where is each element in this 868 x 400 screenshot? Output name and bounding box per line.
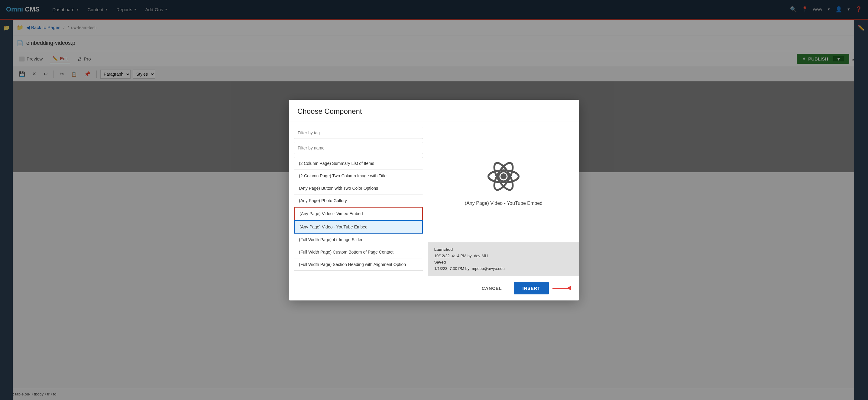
filter-by-tag-input[interactable] — [294, 127, 423, 139]
modal-header: Choose Component — [289, 100, 579, 122]
component-preview-panel: (Any Page) Video - YouTube Embed Launche… — [428, 122, 579, 172]
preview-area: (Any Page) Video - YouTube Embed — [428, 122, 579, 172]
modal-overlay: Choose Component (2 Column Page) Summary… — [0, 0, 868, 172]
modal-body: (2 Column Page) Summary List of Items (2… — [289, 122, 579, 172]
list-item[interactable]: (2 Column Page) Summary List of Items — [294, 158, 423, 170]
component-preview-icon — [485, 158, 522, 172]
choose-component-modal: Choose Component (2 Column Page) Summary… — [289, 100, 579, 172]
filter-by-name-input[interactable] — [294, 142, 423, 154]
component-selector-panel: (2 Column Page) Summary List of Items (2… — [289, 122, 428, 172]
modal-title: Choose Component — [298, 107, 570, 116]
component-list: (2 Column Page) Summary List of Items (2… — [294, 157, 423, 172]
list-item[interactable]: (2-Column Page) Two-Column Image with Ti… — [294, 170, 423, 172]
